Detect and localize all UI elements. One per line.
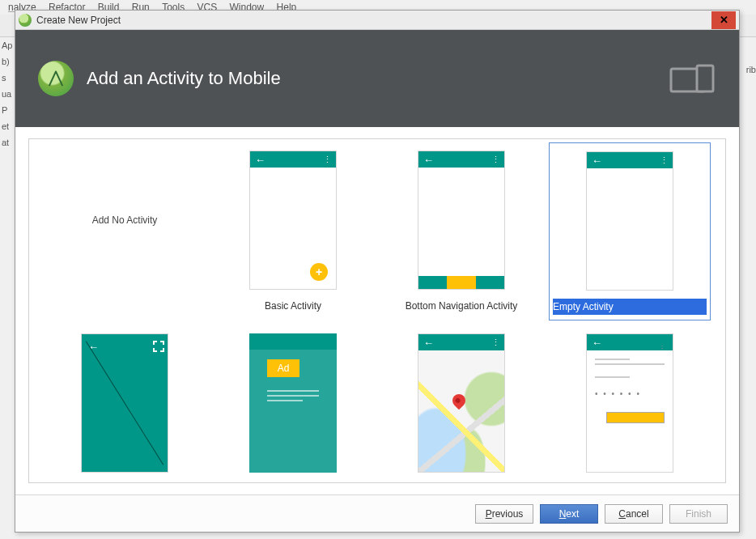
dialog-title: Create New Project [36,15,121,26]
template-login-activity[interactable]: ← ⋮ • • • • • • [549,325,711,483]
dialog-header: Add an Activity to Mobile [15,30,739,127]
overflow-icon: ⋮ [491,337,499,348]
fab-icon: + [310,263,328,281]
login-btn-mock [606,412,665,423]
ide-side-panel: Ap b) s ua P et at [0,37,15,151]
dialog-footer: Previous Next Cancel Finish [15,494,739,532]
appbar-mock: ← ⋮ [418,334,504,350]
appbar-mock: ← ⋮ [418,151,504,168]
back-icon: ← [423,155,434,165]
dialog-titlebar: Create New Project ✕ [15,11,739,30]
appbar-mock: ← ⋮ [587,152,673,168]
overflow-icon: ⋮ [491,155,499,165]
cancel-button[interactable]: Cancel [605,504,663,524]
template-admob-activity[interactable]: Ad [212,325,374,483]
template-basic-activity[interactable]: ← ⋮ + Basic Activity [212,142,374,320]
map-marker-icon [450,392,469,410]
ide-right-text: rib [746,65,756,74]
back-icon: ← [423,337,434,348]
overflow-icon: ⋮ [323,155,331,165]
svg-rect-2 [700,69,710,87]
back-icon: ← [592,337,602,348]
back-icon: ← [255,155,265,165]
overflow-icon: ⋮ [660,155,668,166]
create-project-dialog: Create New Project ✕ Add an Activity to … [15,10,740,533]
ad-badge: Ad [267,359,299,377]
android-studio-logo [38,61,74,96]
next-button[interactable]: Next [540,504,598,524]
android-studio-icon [19,14,32,27]
template-label: Bottom Navigation Activity [406,298,518,314]
appbar-mock: ← ⋮ [250,151,336,168]
bottom-nav-mock [418,276,504,289]
template-fullscreen-activity[interactable]: ← [44,325,206,483]
template-label: Add No Activity [92,214,158,226]
template-add-no-activity[interactable]: Add No Activity [44,142,206,320]
template-scroll-area[interactable]: Add No Activity ← ⋮ + [28,138,726,483]
back-icon: ← [592,155,602,166]
previous-button[interactable]: Previous [475,504,533,524]
page-title: Add an Activity to Mobile [87,68,668,89]
template-empty-activity[interactable]: ← ⋮ Empty Activity [549,142,711,320]
template-maps-activity[interactable]: ← ⋮ [380,325,542,483]
close-button[interactable]: ✕ [711,11,736,29]
template-bottom-navigation[interactable]: ← ⋮ Bottom Navigation Activity [380,142,542,320]
fullscreen-icon [151,339,163,350]
device-icon [668,63,716,94]
template-label: Empty Activity [553,299,707,315]
template-grid: Add No Activity ← ⋮ + [44,142,711,483]
template-label: Basic Activity [265,298,321,314]
finish-button: Finish [669,504,728,524]
dialog-content: Add No Activity ← ⋮ + [15,127,739,494]
appbar-mock: ← ⋮ [587,334,673,350]
